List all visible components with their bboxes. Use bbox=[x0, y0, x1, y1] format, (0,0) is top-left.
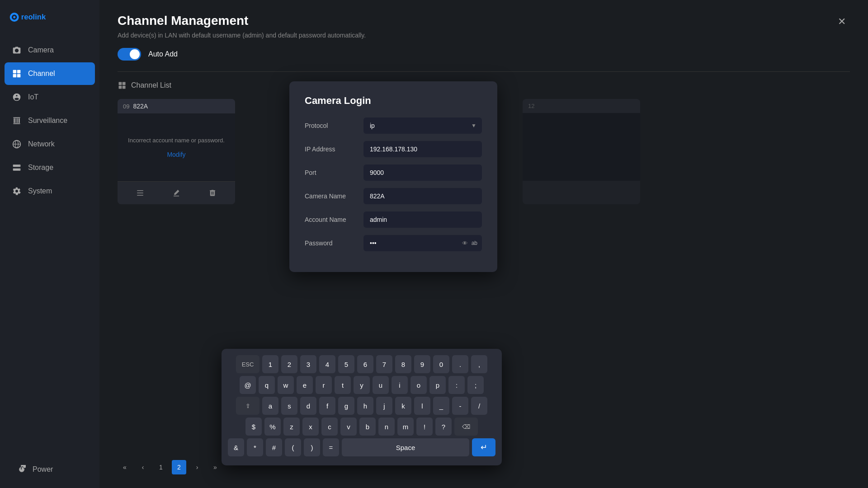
channel-09-name: 822A bbox=[133, 103, 148, 110]
kb-row-3: ⇧ a s d f g h j k l _ - / bbox=[228, 397, 495, 415]
key-v[interactable]: v bbox=[340, 418, 357, 436]
account-input[interactable] bbox=[363, 211, 482, 228]
sidebar-item-channel[interactable]: Channel bbox=[5, 62, 95, 85]
key-percent[interactable]: % bbox=[264, 418, 281, 436]
key-j[interactable]: j bbox=[376, 397, 392, 415]
key-e[interactable]: e bbox=[297, 376, 313, 394]
key-l[interactable]: l bbox=[414, 397, 430, 415]
sidebar-item-iot[interactable]: IoT bbox=[5, 86, 95, 108]
key-y[interactable]: y bbox=[354, 376, 370, 394]
key-hash[interactable]: # bbox=[266, 438, 282, 456]
page-next-button[interactable]: › bbox=[190, 460, 204, 474]
toggle-password-icon[interactable]: 👁 bbox=[462, 240, 468, 247]
card-action-edit[interactable] bbox=[170, 186, 183, 200]
page-last-button[interactable]: » bbox=[208, 460, 222, 474]
key-p[interactable]: p bbox=[429, 376, 446, 394]
key-w[interactable]: w bbox=[278, 376, 294, 394]
key-z[interactable]: z bbox=[283, 418, 300, 436]
key-backspace[interactable]: ⌫ bbox=[454, 418, 478, 436]
key-slash[interactable]: / bbox=[471, 397, 487, 415]
key-x[interactable]: x bbox=[302, 418, 319, 436]
svg-rect-15 bbox=[119, 82, 122, 85]
key-3[interactable]: 3 bbox=[300, 355, 316, 373]
key-b[interactable]: b bbox=[359, 418, 376, 436]
key-i[interactable]: i bbox=[392, 376, 408, 394]
system-icon bbox=[12, 186, 22, 196]
key-f[interactable]: f bbox=[319, 397, 335, 415]
channel-card-09-body: Incorrect account name or password. Modi… bbox=[118, 113, 235, 181]
card-action-list[interactable] bbox=[133, 186, 147, 200]
key-d[interactable]: d bbox=[300, 397, 316, 415]
key-esc[interactable]: ESC bbox=[236, 355, 259, 373]
page-2-button[interactable]: 2 bbox=[172, 460, 186, 474]
key-enter[interactable]: ↵ bbox=[472, 438, 495, 456]
page-1-button[interactable]: 1 bbox=[154, 460, 168, 474]
key-ampersand[interactable]: & bbox=[228, 438, 244, 456]
key-1[interactable]: 1 bbox=[262, 355, 278, 373]
protocol-label: Protocol bbox=[305, 122, 363, 129]
toggle-thumb bbox=[130, 49, 140, 59]
key-asterisk[interactable]: * bbox=[247, 438, 263, 456]
key-question[interactable]: ? bbox=[435, 418, 452, 436]
key-h[interactable]: h bbox=[357, 397, 373, 415]
key-q[interactable]: q bbox=[259, 376, 275, 394]
key-m[interactable]: m bbox=[397, 418, 414, 436]
key-dollar[interactable]: $ bbox=[245, 418, 262, 436]
channel-09-modify[interactable]: Modify bbox=[167, 151, 185, 158]
key-comma[interactable]: , bbox=[471, 355, 487, 373]
key-c[interactable]: c bbox=[321, 418, 338, 436]
ab-icon[interactable]: ab bbox=[472, 240, 477, 246]
camera-name-input[interactable] bbox=[363, 188, 482, 204]
port-input[interactable] bbox=[363, 164, 482, 181]
ip-input[interactable] bbox=[363, 141, 482, 157]
key-colon[interactable]: : bbox=[448, 376, 465, 394]
key-8[interactable]: 8 bbox=[395, 355, 411, 373]
card-action-delete[interactable] bbox=[206, 186, 219, 200]
protocol-select[interactable]: ip bbox=[363, 117, 482, 134]
sidebar-item-surveillance[interactable]: Surveillance bbox=[5, 109, 95, 132]
key-lparen[interactable]: ( bbox=[285, 438, 301, 456]
key-5[interactable]: 5 bbox=[338, 355, 354, 373]
key-dash[interactable]: - bbox=[452, 397, 468, 415]
key-4[interactable]: 4 bbox=[319, 355, 335, 373]
sidebar-item-system[interactable]: System bbox=[5, 180, 95, 202]
channel-list-label: Channel List bbox=[131, 81, 171, 89]
auto-add-toggle[interactable] bbox=[118, 48, 141, 61]
power-button[interactable]: Power bbox=[9, 460, 90, 479]
key-s[interactable]: s bbox=[281, 397, 297, 415]
form-row-port: Port bbox=[305, 164, 482, 181]
key-t[interactable]: t bbox=[335, 376, 351, 394]
key-k[interactable]: k bbox=[395, 397, 411, 415]
key-a[interactable]: a bbox=[262, 397, 278, 415]
key-shift[interactable]: ⇧ bbox=[236, 397, 259, 415]
close-button[interactable]: ✕ bbox=[834, 14, 850, 30]
key-g[interactable]: g bbox=[338, 397, 354, 415]
camera-login-modal: Camera Login Protocol ip ▼ IP Address Po… bbox=[289, 81, 497, 272]
key-semicolon[interactable]: ; bbox=[467, 376, 484, 394]
key-space[interactable]: Space bbox=[342, 438, 469, 456]
key-0[interactable]: 0 bbox=[433, 355, 449, 373]
key-underscore[interactable]: _ bbox=[433, 397, 449, 415]
sidebar-item-camera[interactable]: Camera bbox=[5, 39, 95, 61]
key-at[interactable]: @ bbox=[240, 376, 256, 394]
page-prev-button[interactable]: ‹ bbox=[136, 460, 150, 474]
storage-icon bbox=[12, 163, 22, 173]
key-rparen[interactable]: ) bbox=[304, 438, 320, 456]
page-first-button[interactable]: « bbox=[118, 460, 132, 474]
key-9[interactable]: 9 bbox=[414, 355, 430, 373]
sidebar-item-network-label: Network bbox=[28, 140, 55, 148]
key-exclaim[interactable]: ! bbox=[416, 418, 433, 436]
key-u[interactable]: u bbox=[373, 376, 389, 394]
sidebar-item-camera-label: Camera bbox=[28, 46, 54, 54]
key-n[interactable]: n bbox=[378, 418, 395, 436]
key-6[interactable]: 6 bbox=[357, 355, 373, 373]
key-o[interactable]: o bbox=[410, 376, 427, 394]
key-7[interactable]: 7 bbox=[376, 355, 392, 373]
key-2[interactable]: 2 bbox=[281, 355, 297, 373]
sidebar-item-storage[interactable]: Storage bbox=[5, 156, 95, 179]
sidebar-item-network[interactable]: Network bbox=[5, 133, 95, 155]
key-period[interactable]: . bbox=[452, 355, 468, 373]
power-icon bbox=[16, 465, 26, 474]
key-r[interactable]: r bbox=[316, 376, 332, 394]
key-equals[interactable]: = bbox=[323, 438, 339, 456]
